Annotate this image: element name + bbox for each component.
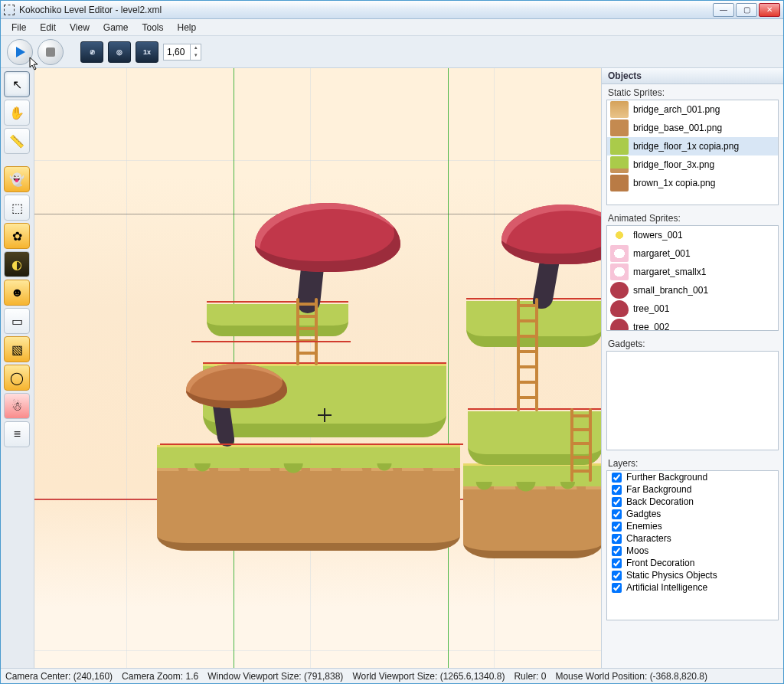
list-item[interactable]: bridge_floor_3x.png (607, 155, 778, 174)
layer-label: Static Physics Objects (626, 570, 717, 581)
zoom-1x-icon[interactable]: 1x (136, 41, 158, 63)
layer-checkbox[interactable] (612, 558, 622, 568)
layer-checkbox[interactable] (612, 534, 622, 544)
character-tool[interactable]: ☃ (4, 393, 30, 419)
gadgets-list[interactable] (606, 351, 779, 450)
status-value: (1265.6,1340.8) (440, 671, 505, 682)
list-item[interactable]: tree_002 (607, 318, 778, 331)
ruler-icon: 📏 (9, 134, 24, 149)
mask-tool[interactable]: ◐ (4, 251, 30, 277)
list-item[interactable]: bridge_floor_1x copia.png (607, 137, 778, 155)
zoom-spin-up[interactable]: ▴ (190, 44, 201, 52)
layer-checkbox[interactable] (612, 571, 622, 581)
dashed-box-icon: ▧ (11, 342, 23, 357)
list-item-label: margaret_smallx1 (633, 267, 706, 277)
layer-row[interactable]: Moos (607, 545, 778, 557)
layer-row[interactable]: Enemies (607, 520, 778, 532)
static-sprites-label: Static Sprites: (602, 84, 783, 100)
menu-edit[interactable]: Edit (34, 21, 62, 34)
layer-checkbox[interactable] (612, 546, 622, 556)
egg-tool[interactable]: ⬚ (4, 195, 30, 221)
layer-checkbox[interactable] (612, 583, 622, 593)
layers-list[interactable]: Further Background Far Background Back D… (606, 470, 779, 620)
zoom-region-icon[interactable]: ⎚ (80, 41, 103, 63)
layer-label: Far Background (626, 484, 691, 495)
face-tool[interactable]: ☻ (4, 280, 30, 306)
stop-button[interactable] (38, 39, 64, 65)
face-icon: ☻ (11, 286, 24, 299)
play-button[interactable] (7, 39, 33, 65)
menu-file[interactable]: File (5, 21, 32, 34)
titlebar[interactable]: Kokochiko Level Editor - level2.xml — ▢ … (1, 1, 783, 19)
gadgets-label: Gadgets: (602, 335, 783, 351)
menu-help[interactable]: Help (172, 21, 203, 34)
app-window: Kokochiko Level Editor - level2.xml — ▢ … (0, 0, 784, 684)
canvas[interactable] (34, 68, 601, 668)
list-item[interactable]: small_branch_001 (607, 281, 778, 299)
list-item[interactable]: margaret_001 (607, 244, 778, 263)
ruler-tool[interactable]: 📏 (4, 128, 30, 154)
list-item[interactable]: bridge_base_001.png (607, 119, 778, 137)
layer-checkbox[interactable] (612, 485, 622, 495)
layer-row[interactable]: Gadgtes (607, 508, 778, 520)
status-label: Ruler: (514, 671, 538, 682)
menu-view[interactable]: View (64, 21, 96, 34)
layer-row[interactable]: Far Background (607, 483, 778, 496)
list-item[interactable]: flowers_001 (607, 226, 778, 244)
objects-panel: Objects Static Sprites: bridge_arch_001.… (601, 68, 783, 668)
rect-icon: ▭ (11, 314, 23, 329)
list-item-label: bridge_arch_001.png (633, 104, 720, 115)
app-icon (4, 5, 15, 15)
animated-sprites-label: Animated Sprites: (602, 210, 783, 225)
hand-icon: ✋ (9, 106, 24, 120)
list-item-label: small_branch_001 (633, 285, 708, 296)
layer-label: Moos (626, 545, 648, 556)
layer-label: Artificial Intelligence (626, 582, 707, 593)
circle-icon: ◯ (10, 371, 24, 385)
menu-game[interactable]: Game (97, 21, 135, 34)
status-value: (240,160) (74, 671, 113, 682)
animated-sprites-list[interactable]: flowers_001 margaret_001 margaret_smallx… (606, 225, 779, 331)
ghost-tool[interactable]: 👻 (4, 166, 30, 192)
list-item[interactable]: brown_1x copia.png (607, 174, 778, 192)
svg-marker-0 (16, 47, 25, 57)
zoom-fit-icon[interactable]: ◎ (108, 41, 131, 63)
layer-label: Enemies (626, 521, 662, 532)
rect-tool[interactable]: ▭ (4, 308, 30, 334)
menu-tools[interactable]: Tools (136, 21, 170, 34)
layer-label: Further Background (626, 472, 707, 483)
maximize-button[interactable]: ▢ (736, 3, 757, 17)
layer-row[interactable]: Static Physics Objects (607, 569, 778, 581)
layer-row[interactable]: Front Decoration (607, 557, 778, 569)
minimize-button[interactable]: — (713, 3, 734, 17)
select-tool[interactable]: ↖ (4, 71, 30, 97)
list-item[interactable]: bridge_arch_001.png (607, 100, 778, 119)
layer-row[interactable]: Artificial Intelligence (607, 581, 778, 594)
layer-row[interactable]: Characters (607, 532, 778, 545)
layer-checkbox[interactable] (612, 497, 622, 507)
list-item-label: tree_002 (633, 322, 669, 331)
doll-icon: ☃ (11, 399, 22, 414)
hand-tool[interactable]: ✋ (4, 100, 30, 126)
ladder-tool[interactable]: ≡ (4, 421, 30, 447)
layer-row[interactable]: Further Background (607, 471, 778, 483)
layer-checkbox[interactable] (612, 522, 622, 532)
zoom-value: 1,60 (164, 47, 190, 57)
list-item[interactable]: margaret_smallx1 (607, 263, 778, 281)
box-tool[interactable]: ▧ (4, 336, 30, 362)
layers-label: Layers: (602, 455, 783, 470)
status-value: (-368.8,820.8) (650, 671, 707, 682)
status-label: Camera Zoom: (122, 671, 183, 682)
status-label: World Viewport Size: (352, 671, 437, 682)
cursor-icon: ↖ (12, 77, 22, 92)
gear-tool[interactable]: ✿ (4, 223, 30, 249)
layer-checkbox[interactable] (612, 473, 622, 483)
layer-checkbox[interactable] (612, 509, 622, 519)
list-item[interactable]: tree_001 (607, 299, 778, 318)
static-sprites-list[interactable]: bridge_arch_001.png bridge_base_001.png … (606, 100, 779, 205)
close-button[interactable]: ✕ (759, 3, 780, 17)
zoom-spin-down[interactable]: ▾ (190, 52, 201, 60)
zoom-input[interactable]: 1,60 ▴ ▾ (163, 44, 201, 61)
circle-tool[interactable]: ◯ (4, 365, 30, 391)
layer-row[interactable]: Back Decoration (607, 496, 778, 508)
